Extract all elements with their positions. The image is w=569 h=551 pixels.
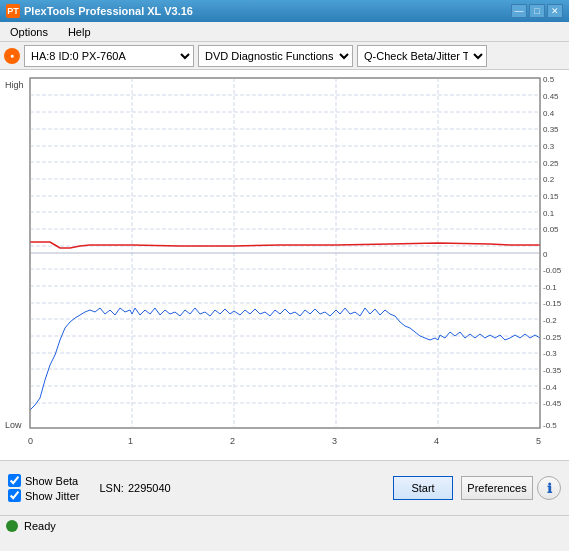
lsn-value: 2295040 <box>128 482 171 494</box>
svg-text:2: 2 <box>230 436 235 446</box>
window-controls[interactable]: — □ ✕ <box>511 4 563 18</box>
minimize-button[interactable]: — <box>511 4 527 18</box>
info-button[interactable]: ℹ <box>537 476 561 500</box>
title-text: PlexTools Professional XL V3.16 <box>24 5 193 17</box>
show-beta-label: Show Beta <box>25 475 78 487</box>
svg-text:0: 0 <box>28 436 33 446</box>
svg-text:0.4: 0.4 <box>543 109 555 118</box>
svg-text:0.45: 0.45 <box>543 92 559 101</box>
svg-text:4: 4 <box>434 436 439 446</box>
chart-svg: High Low 0.5 0.45 0.4 0.35 0.3 0.25 0.2 … <box>0 70 569 460</box>
show-jitter-label: Show Jitter <box>25 490 79 502</box>
function-select[interactable]: DVD Diagnostic Functions <box>198 45 353 67</box>
svg-text:-0.25: -0.25 <box>543 333 562 342</box>
show-beta-row: Show Beta <box>8 474 79 487</box>
lsn-area: LSN: 2295040 <box>99 482 170 494</box>
svg-text:-0.05: -0.05 <box>543 266 562 275</box>
menu-options[interactable]: Options <box>4 24 54 40</box>
svg-text:1: 1 <box>128 436 133 446</box>
svg-text:-0.3: -0.3 <box>543 349 557 358</box>
svg-text:3: 3 <box>332 436 337 446</box>
checkboxes-group: Show Beta Show Jitter <box>8 474 79 502</box>
test-select[interactable]: Q-Check Beta/Jitter Test <box>357 45 487 67</box>
status-icon <box>6 520 18 532</box>
svg-text:0.1: 0.1 <box>543 209 555 218</box>
preferences-area: Preferences ℹ <box>461 476 561 500</box>
y-axis-high: High <box>5 80 24 90</box>
status-bar: Ready <box>0 515 569 535</box>
svg-text:-0.15: -0.15 <box>543 299 562 308</box>
svg-text:-0.45: -0.45 <box>543 399 562 408</box>
title-bar: PT PlexTools Professional XL V3.16 — □ ✕ <box>0 0 569 22</box>
menu-help[interactable]: Help <box>62 24 97 40</box>
app-icon: PT <box>6 4 20 18</box>
bottom-panel: Show Beta Show Jitter LSN: 2295040 Start… <box>0 461 569 515</box>
svg-text:0.15: 0.15 <box>543 192 559 201</box>
svg-text:0: 0 <box>543 250 548 259</box>
svg-text:0.3: 0.3 <box>543 142 555 151</box>
preferences-button[interactable]: Preferences <box>461 476 533 500</box>
svg-text:0.2: 0.2 <box>543 175 555 184</box>
svg-text:0.35: 0.35 <box>543 125 559 134</box>
svg-text:-0.35: -0.35 <box>543 366 562 375</box>
show-jitter-checkbox[interactable] <box>8 489 21 502</box>
svg-text:-0.4: -0.4 <box>543 383 557 392</box>
chart-area: High Low 0.5 0.45 0.4 0.35 0.3 0.25 0.2 … <box>0 70 569 461</box>
close-button[interactable]: ✕ <box>547 4 563 18</box>
toolbar: ● HA:8 ID:0 PX-760A DVD Diagnostic Funct… <box>0 42 569 70</box>
svg-text:0.5: 0.5 <box>543 75 555 84</box>
svg-text:0.25: 0.25 <box>543 159 559 168</box>
y-axis-low: Low <box>5 420 22 430</box>
show-beta-checkbox[interactable] <box>8 474 21 487</box>
lsn-label: LSN: <box>99 482 123 494</box>
menu-bar: Options Help <box>0 22 569 42</box>
svg-text:5: 5 <box>536 436 541 446</box>
start-button[interactable]: Start <box>393 476 453 500</box>
svg-text:-0.5: -0.5 <box>543 421 557 430</box>
svg-text:-0.2: -0.2 <box>543 316 557 325</box>
show-jitter-row: Show Jitter <box>8 489 79 502</box>
drive-icon: ● <box>4 48 20 64</box>
svg-text:0.05: 0.05 <box>543 225 559 234</box>
maximize-button[interactable]: □ <box>529 4 545 18</box>
drive-select[interactable]: HA:8 ID:0 PX-760A <box>24 45 194 67</box>
svg-text:-0.1: -0.1 <box>543 283 557 292</box>
status-text: Ready <box>24 520 56 532</box>
